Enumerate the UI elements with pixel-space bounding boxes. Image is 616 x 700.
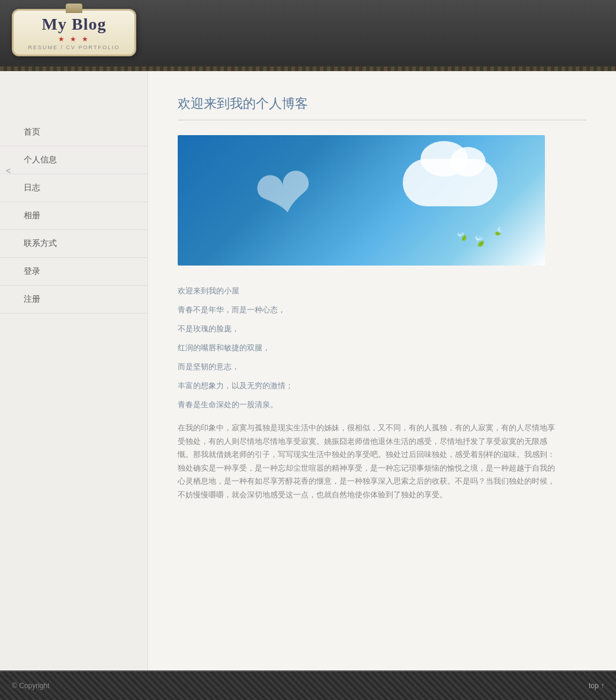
nav-link-contact[interactable]: 联系方式 <box>0 230 147 257</box>
nav-link-login[interactable]: 登录 <box>0 258 147 285</box>
logo-title: My Blog <box>42 15 107 34</box>
nav-item-home[interactable]: 首页 <box>0 119 147 146</box>
nav-item-register[interactable]: 注册 <box>0 286 147 314</box>
top-link[interactable]: top ↑ <box>589 682 604 690</box>
site-header: My Blog ★ ★ ★ RESUME / CV PORTFOLIO <box>0 0 616 71</box>
logo-subtitle: RESUME / CV PORTFOLIO <box>28 44 120 50</box>
main-content: 欢迎来到我的个人博客 🍃 🍃 🍃 欢迎来到我的小屋 青春不是年华，而是一种心态，… <box>148 71 616 670</box>
leaf-decoration-2: 🍃 <box>492 225 505 238</box>
poem-line-1: 欢迎来到我的小屋 <box>178 283 557 299</box>
page-title: 欢迎来到我的个人博客 <box>178 95 586 120</box>
blog-text-container: 欢迎来到我的小屋 青春不是年华，而是一种心态， 不是玫瑰的脸庞， 红润的嘴唇和敏… <box>178 283 557 501</box>
nav-link-diary[interactable]: 日志 <box>0 174 147 202</box>
sidebar: < 首页 个人信息 日志 相册 联系方式 登录 注册 <box>0 71 148 670</box>
poem-line-7: 青春是生命深处的一股清泉。 <box>178 397 557 413</box>
nav-item-contact[interactable]: 联系方式 <box>0 230 147 258</box>
nav-menu: 首页 个人信息 日志 相册 联系方式 登录 注册 <box>0 119 147 314</box>
nav-link-register[interactable]: 注册 <box>0 286 147 313</box>
copyright-text: © Copyright <box>12 682 50 690</box>
main-wrapper: < 首页 个人信息 日志 相册 联系方式 登录 注册 <box>0 71 616 670</box>
nav-item-profile[interactable]: 个人信息 <box>0 146 147 174</box>
nav-item-diary[interactable]: 日志 <box>0 174 147 202</box>
leaf-decoration-1: 🍃 <box>471 233 487 250</box>
poem-line-6: 丰富的想象力，以及无穷的激情； <box>178 378 557 394</box>
poem-line-5: 而是坚韧的意志， <box>178 359 557 375</box>
site-footer: © Copyright top ↑ <box>0 670 616 700</box>
main-paragraph: 在我的印象中，寂寞与孤独是现实生活中的姊妹，很相似，又不同，有的人孤独，有的人寂… <box>178 421 557 501</box>
nav-item-login[interactable]: 登录 <box>0 258 147 286</box>
leaf-decoration-3: 🍃 <box>454 228 470 244</box>
sidebar-toggle[interactable]: < <box>6 166 11 175</box>
nav-link-home[interactable]: 首页 <box>0 119 147 146</box>
logo-badge: My Blog ★ ★ ★ RESUME / CV PORTFOLIO <box>12 9 136 56</box>
poem-line-3: 不是玫瑰的脸庞， <box>178 321 557 337</box>
nav-link-profile[interactable]: 个人信息 <box>0 146 147 174</box>
nav-link-album[interactable]: 相册 <box>0 202 147 229</box>
logo-container: My Blog ★ ★ ★ RESUME / CV PORTFOLIO <box>12 9 142 62</box>
hero-image: 🍃 🍃 🍃 <box>178 135 545 266</box>
logo-stars: ★ ★ ★ <box>58 35 91 43</box>
nav-item-album[interactable]: 相册 <box>0 202 147 230</box>
cloud-decoration <box>403 159 498 206</box>
poem-line-2: 青春不是年华，而是一种心态， <box>178 302 557 318</box>
poem-line-4: 红润的嘴唇和敏捷的双腿， <box>178 340 557 356</box>
